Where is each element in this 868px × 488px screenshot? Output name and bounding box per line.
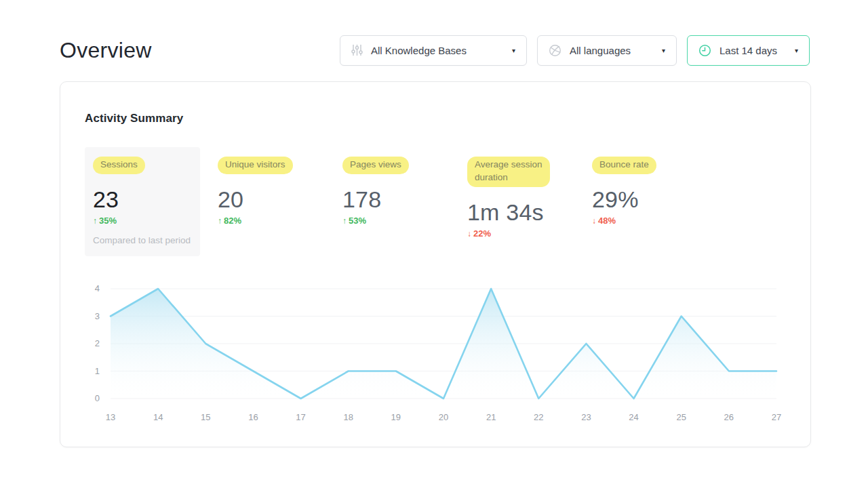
metric-delta: ↑53%	[342, 216, 441, 226]
y-tick-label: 2	[95, 338, 100, 348]
activity-chart: 01234131415161718192021222324252627	[85, 274, 786, 428]
knowledge-bases-dropdown[interactable]: All Knowledge Bases ▾	[340, 35, 527, 66]
x-tick-label: 13	[106, 412, 115, 422]
x-tick-label: 27	[772, 412, 781, 422]
metric-card[interactable]: Bounce rate29%↓48%	[584, 147, 699, 235]
metric-delta: ↑82%	[218, 216, 317, 226]
metric-value: 20	[218, 186, 317, 213]
filter-bar: All Knowledge Bases ▾ All languages ▾	[340, 35, 810, 66]
metric-card[interactable]: Average session duration1m 34s↓22%	[459, 147, 574, 248]
arrow-up-icon: ↑	[342, 216, 347, 226]
metric-card[interactable]: Unique visitors20↑82%	[210, 147, 325, 235]
metric-label: Average session duration	[467, 157, 550, 187]
y-tick-label: 3	[95, 311, 100, 321]
metric-label: Unique visitors	[218, 157, 293, 174]
metric-delta: ↑35%	[93, 216, 192, 226]
activity-summary-card: Activity Summary Sessions23↑35%Compared …	[60, 81, 811, 447]
metric-card[interactable]: Sessions23↑35%Compared to last period	[85, 147, 200, 256]
overview-page: Overview All Knowledge Bases ▾	[0, 0, 868, 488]
languages-value: All languages	[570, 45, 650, 56]
chevron-down-icon: ▾	[795, 47, 798, 54]
arrow-up-icon: ↑	[93, 216, 97, 226]
chevron-down-icon: ▾	[512, 47, 515, 54]
metric-delta: ↓22%	[467, 228, 566, 239]
y-tick-label: 1	[95, 366, 100, 376]
metric-card[interactable]: Pages views178↑53%	[334, 147, 450, 235]
x-tick-label: 26	[724, 412, 734, 422]
topbar: Overview All Knowledge Bases ▾	[60, 34, 810, 66]
x-tick-label: 23	[581, 412, 591, 422]
date-range-value: Last 14 days	[719, 45, 783, 56]
metrics-row: Sessions23↑35%Compared to last periodUni…	[85, 147, 786, 256]
x-tick-label: 25	[676, 412, 686, 422]
clock-icon	[698, 44, 711, 57]
date-range-dropdown[interactable]: Last 14 days ▾	[687, 35, 810, 66]
metric-delta: ↓48%	[592, 216, 691, 226]
metric-label: Bounce rate	[592, 157, 656, 174]
x-tick-label: 22	[534, 412, 543, 422]
metric-label: Pages views	[342, 157, 409, 174]
x-tick-label: 20	[439, 412, 448, 422]
globe-icon	[549, 44, 561, 57]
chevron-down-icon: ▾	[662, 47, 665, 54]
x-tick-label: 15	[201, 412, 210, 422]
metric-note: Compared to last period	[93, 234, 192, 247]
arrow-down-icon: ↓	[467, 229, 471, 239]
page-title: Overview	[60, 38, 152, 63]
arrow-up-icon: ↑	[218, 216, 222, 226]
knowledge-bases-value: All Knowledge Bases	[371, 45, 500, 56]
metric-label: Sessions	[93, 157, 145, 174]
x-tick-label: 16	[248, 412, 258, 422]
card-title: Activity Summary	[85, 112, 786, 125]
x-tick-label: 19	[391, 412, 401, 422]
x-tick-label: 17	[296, 412, 305, 422]
x-tick-label: 24	[629, 412, 638, 422]
metric-value: 1m 34s	[467, 199, 566, 226]
metric-value: 23	[93, 186, 192, 213]
languages-dropdown[interactable]: All languages ▾	[537, 35, 677, 66]
sliders-icon	[351, 44, 363, 56]
x-tick-label: 18	[343, 412, 353, 422]
x-tick-label: 21	[486, 412, 496, 422]
x-tick-label: 14	[153, 412, 163, 422]
activity-chart-svg: 01234131415161718192021222324252627	[85, 274, 787, 428]
y-tick-label: 4	[95, 283, 100, 293]
arrow-down-icon: ↓	[592, 216, 596, 226]
metric-value: 29%	[592, 186, 691, 213]
y-tick-label: 0	[95, 393, 100, 403]
metric-value: 178	[342, 186, 441, 213]
